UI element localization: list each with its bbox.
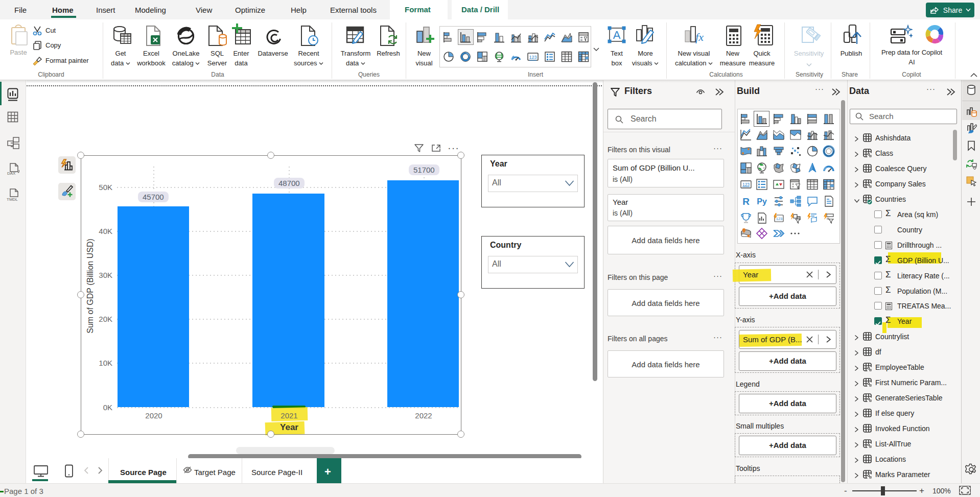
svg-text:123: 123 [529, 55, 536, 60]
svg-text:fx: fx [695, 31, 704, 43]
svg-text:123: 123 [776, 217, 783, 221]
svg-text:Py: Py [757, 197, 767, 206]
svg-text:123: 123 [742, 182, 750, 187]
svg-text:R: R [742, 196, 750, 207]
svg-text:TMDL: TMDL [7, 197, 18, 202]
svg-text:DAX: DAX [7, 171, 16, 176]
svg-text:A: A [613, 29, 621, 41]
